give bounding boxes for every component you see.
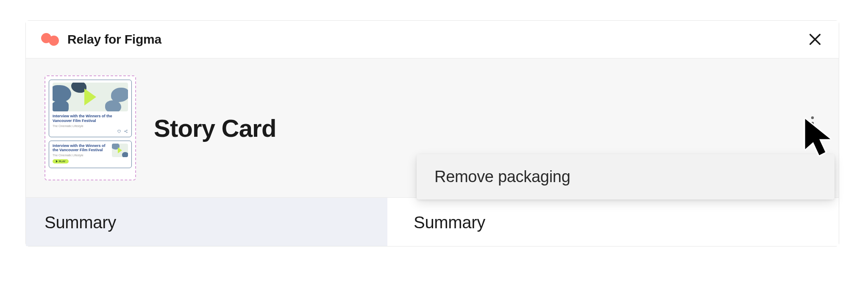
thumbnail-card-title-small: Interview with the Winners of the Vancou…	[53, 144, 109, 153]
svg-point-6	[127, 132, 128, 133]
more-dropdown-menu: Remove packaging	[417, 154, 835, 199]
tab-summary-right[interactable]: Summary	[387, 198, 839, 246]
share-icon	[124, 129, 128, 133]
heart-icon	[117, 129, 121, 133]
svg-line-7	[125, 130, 126, 131]
thumbnail-card-subtitle: The Cinematic Lifestyle	[53, 125, 128, 127]
thumbnail-card-title: Interview with the Winners of the Vancou…	[53, 114, 128, 123]
more-vertical-icon	[811, 116, 814, 130]
play-icon	[84, 89, 96, 105]
close-icon	[808, 32, 822, 47]
thumbnail-actions	[53, 129, 128, 133]
panel-title: Relay for Figma	[67, 32, 161, 47]
thumbnail-card-large: Interview with the Winners of the Vancou…	[49, 80, 132, 137]
component-thumbnail: Interview with the Winners of the Vancou…	[45, 75, 136, 180]
panel-header: Relay for Figma	[26, 21, 839, 58]
thumbnail-card-subtitle-small: The Cinematic Lifestyle	[53, 154, 109, 157]
more-menu-button[interactable]	[805, 113, 820, 133]
menu-item-remove-packaging[interactable]: Remove packaging	[417, 154, 835, 199]
svg-point-10	[811, 122, 814, 125]
svg-point-4	[125, 131, 125, 132]
relay-logo-icon	[41, 33, 60, 46]
play-icon-small	[118, 147, 122, 153]
svg-point-9	[811, 116, 814, 119]
play-pill: PLAY	[53, 159, 69, 163]
component-name: Story Card	[154, 114, 276, 142]
play-pill-label: PLAY	[59, 160, 65, 163]
svg-line-8	[125, 131, 126, 132]
thumbnail-media-small	[112, 144, 128, 157]
play-pill-icon	[56, 160, 58, 163]
tab-summary-left[interactable]: Summary	[26, 198, 387, 246]
close-button[interactable]	[807, 31, 823, 48]
relay-panel: Relay for Figma Interview with the Winne…	[25, 20, 839, 246]
thumbnail-card-small: Interview with the Winners of the Vancou…	[49, 141, 132, 169]
thumbnail-media	[53, 83, 128, 111]
svg-point-11	[811, 127, 814, 130]
svg-point-5	[127, 130, 128, 130]
tabs-row: Summary Summary	[26, 198, 839, 246]
header-left: Relay for Figma	[41, 32, 161, 47]
